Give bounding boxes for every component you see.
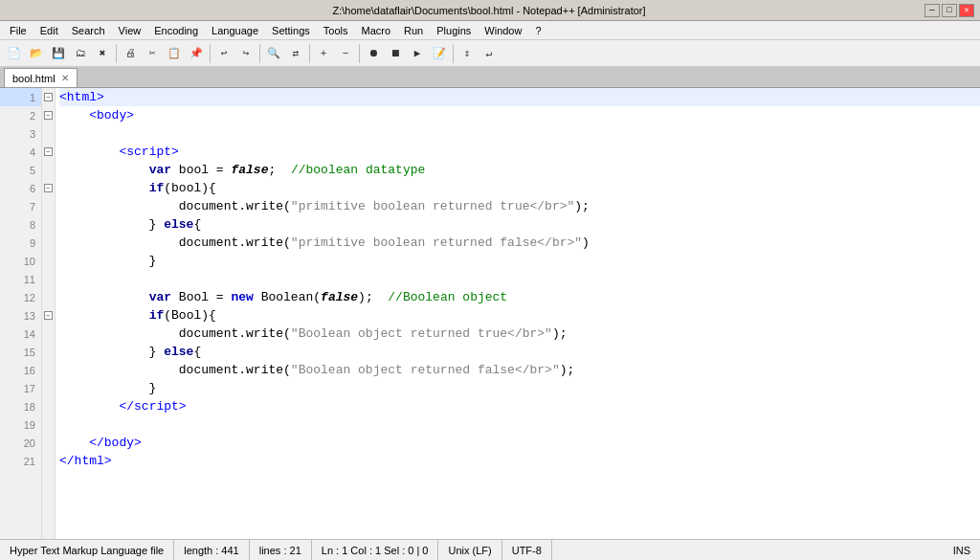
fold-icon-13[interactable]: − <box>44 311 53 320</box>
window-title: Z:\home\dataflair\Documents\bool.html - … <box>54 5 924 16</box>
code-line-11 <box>59 270 980 288</box>
macro-save-button[interactable]: 📝 <box>429 43 450 64</box>
fold-icon-4[interactable]: − <box>44 147 53 156</box>
line-number-21: 21 <box>0 452 41 470</box>
code-line-9: document.write("primitive boolean return… <box>59 234 980 252</box>
minimize-button[interactable]: ─ <box>924 4 940 17</box>
window-controls[interactable]: ─ □ ✕ <box>924 4 974 17</box>
menu-help[interactable]: ? <box>529 23 546 38</box>
save-all-button[interactable]: 🗂 <box>70 43 91 64</box>
close-button[interactable]: ✕ <box>959 4 974 17</box>
line-number-17: 17 <box>0 379 41 397</box>
undo-button[interactable]: ↩ <box>213 43 234 64</box>
code-line-13: if(Bool){ <box>59 306 980 325</box>
cut-button[interactable]: ✂ <box>142 43 163 64</box>
zoom-out-button[interactable]: − <box>335 43 356 64</box>
paste-button[interactable]: 📌 <box>186 43 207 64</box>
menu-view[interactable]: View <box>113 23 147 38</box>
fold-margin: − − − − − <box>42 88 56 539</box>
menu-macro[interactable]: Macro <box>355 23 396 38</box>
line-number-6: 6 <box>0 179 41 197</box>
fold-row-21 <box>42 452 55 470</box>
line-number-15: 15 <box>0 343 41 361</box>
close-button-tb[interactable]: ✖ <box>92 43 113 64</box>
code-line-19 <box>59 415 980 434</box>
fold-row-15 <box>42 343 55 361</box>
new-button[interactable]: 📄 <box>4 43 25 64</box>
menu-run[interactable]: Run <box>398 23 429 38</box>
macro-play-button[interactable]: ▶ <box>407 43 428 64</box>
line-number-2: 2 <box>0 106 41 124</box>
code-line-17: } <box>59 379 980 397</box>
code-line-18: </script> <box>59 397 980 415</box>
maximize-button[interactable]: □ <box>942 4 957 17</box>
copy-button[interactable]: 📋 <box>164 43 185 64</box>
fold-icon-2[interactable]: − <box>44 111 53 120</box>
line-number-18: 18 <box>0 397 41 415</box>
separator-5 <box>359 44 360 63</box>
menu-window[interactable]: Window <box>479 23 527 38</box>
macro-stop-button[interactable]: ⏹ <box>385 43 406 64</box>
toolbar: 📄 📂 💾 🗂 ✖ 🖨 ✂ 📋 📌 ↩ ↪ 🔍 ⇄ + − ⏺ ⏹ ▶ 📝 ⇕ … <box>0 40 980 67</box>
code-line-8: } else{ <box>59 215 980 234</box>
separator-6 <box>453 44 454 63</box>
title-bar: Z:\home\dataflair\Documents\bool.html - … <box>0 0 980 21</box>
code-line-12: var Bool = new Boolean(false); //Boolean… <box>59 288 980 306</box>
menu-edit[interactable]: Edit <box>34 23 64 38</box>
tab-bar: bool.html ✕ <box>0 67 980 88</box>
fold-row-7 <box>42 197 55 215</box>
status-encoding: UTF-8 <box>502 540 552 560</box>
separator-3 <box>259 44 260 63</box>
find-button[interactable]: 🔍 <box>263 43 284 64</box>
separator-2 <box>210 44 211 63</box>
tab-close-icon[interactable]: ✕ <box>61 73 69 83</box>
fold-row-13: − <box>42 306 55 325</box>
tab-bool-html[interactable]: bool.html ✕ <box>4 68 78 87</box>
fold-icon-1[interactable]: − <box>44 93 53 101</box>
macro-rec-button[interactable]: ⏺ <box>363 43 384 64</box>
fold-row-12 <box>42 288 55 306</box>
fold-row-4: − <box>42 143 55 161</box>
status-position: Ln : 1 Col : 1 Sel : 0 | 0 <box>312 540 439 560</box>
menu-search[interactable]: Search <box>66 23 111 38</box>
code-line-16: document.write("Boolean object returned … <box>59 361 980 379</box>
menu-language[interactable]: Language <box>206 23 264 38</box>
line-number-20: 20 <box>0 434 41 452</box>
status-length: length : 441 <box>174 540 250 560</box>
fold-row-2: − <box>42 106 55 124</box>
replace-button[interactable]: ⇄ <box>285 43 306 64</box>
print-button[interactable]: 🖨 <box>120 43 141 64</box>
menu-encoding[interactable]: Encoding <box>148 23 204 38</box>
code-line-3 <box>59 124 980 143</box>
menu-bar: File Edit Search View Encoding Language … <box>0 21 980 40</box>
fold-row-16 <box>42 361 55 379</box>
editor: 1 2 3 4 5 6 7 8 9 10 11 12 13 14 15 16 1… <box>0 88 980 539</box>
sync-scroll-button[interactable]: ⇕ <box>457 43 478 64</box>
fold-row-19 <box>42 415 55 434</box>
fold-icon-6[interactable]: − <box>44 184 53 192</box>
line-number-5: 5 <box>0 161 41 179</box>
fold-row-10 <box>42 252 55 270</box>
code-line-6: if(bool){ <box>59 179 980 197</box>
menu-plugins[interactable]: Plugins <box>431 23 477 38</box>
line-number-12: 12 <box>0 288 41 306</box>
code-area[interactable]: <html> <body> <script> var bool = false;… <box>56 88 980 539</box>
redo-button[interactable]: ↪ <box>235 43 256 64</box>
menu-settings[interactable]: Settings <box>266 23 316 38</box>
save-button[interactable]: 💾 <box>48 43 69 64</box>
fold-row-18 <box>42 397 55 415</box>
menu-file[interactable]: File <box>4 23 33 38</box>
menu-tools[interactable]: Tools <box>318 23 354 38</box>
word-wrap-button[interactable]: ↵ <box>479 43 500 64</box>
line-number-3: 3 <box>0 124 41 143</box>
fold-row-8 <box>42 215 55 234</box>
line-number-7: 7 <box>0 197 41 215</box>
code-line-14: document.write("Boolean object returned … <box>59 325 980 343</box>
code-line-20: </body> <box>59 434 980 452</box>
zoom-in-button[interactable]: + <box>313 43 334 64</box>
open-button[interactable]: 📂 <box>26 43 47 64</box>
tab-label: bool.html <box>12 73 56 84</box>
separator-1 <box>116 44 117 63</box>
line-number-16: 16 <box>0 361 41 379</box>
line-number-1: 1 <box>0 88 41 106</box>
